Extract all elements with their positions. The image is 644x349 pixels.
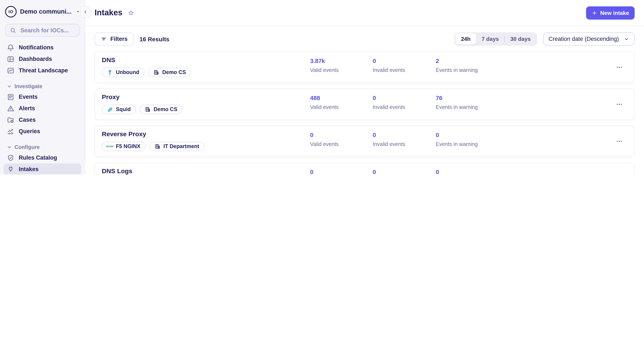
- warning-events-stat: 76Events in warning: [436, 94, 500, 110]
- events-icon: [7, 93, 14, 101]
- valid-events-count[interactable]: 0: [310, 131, 374, 138]
- sidebar-item-notifications[interactable]: Notifications: [4, 42, 81, 53]
- bell-icon: [7, 44, 14, 51]
- sidebar-item-label: Dashboards: [19, 56, 52, 62]
- sort-value: Creation date (Descending): [548, 36, 619, 42]
- row-actions-button[interactable]: [614, 137, 624, 146]
- caret-down-icon: [76, 9, 80, 14]
- squid-icon: [107, 106, 113, 112]
- warning-events-label: Events in warning: [436, 67, 500, 73]
- sidebar-item-label: Queries: [19, 128, 40, 134]
- sidebar-section-investigate[interactable]: Investigate: [4, 82, 81, 91]
- layout-icon: [7, 55, 14, 63]
- plus-icon: [592, 10, 597, 15]
- sidebar-item-cases[interactable]: Cases: [4, 114, 81, 126]
- row-actions-button[interactable]: [614, 174, 624, 174]
- sidebar-item-threat-landscape[interactable]: Threat Landscape: [4, 65, 81, 76]
- format-badge-label: F5 NGINX: [116, 143, 140, 149]
- app-window: IO Demo communi... NotificationsDashboar…: [0, 0, 644, 174]
- invalid-events-label: Invalid events: [373, 141, 436, 147]
- sidebar-item-rules-catalog[interactable]: Rules Catalog: [4, 152, 81, 163]
- time-range-24h[interactable]: 24h: [456, 33, 476, 45]
- search-icon: [10, 27, 16, 33]
- search-input[interactable]: [20, 26, 75, 34]
- intake-list: DNSUnboundDemo CS3.87kValid events0Inval…: [94, 51, 635, 174]
- invalid-events-stat: 0Invalid events: [373, 94, 436, 110]
- shield-check-icon: [7, 154, 14, 162]
- invalid-events-label: Invalid events: [373, 104, 436, 110]
- warning-events-stat: 0Events in warning: [436, 169, 500, 174]
- valid-events-count[interactable]: 0: [310, 169, 374, 174]
- page-header: Intakes New intake: [85, 0, 644, 26]
- intake-badges: UnboundDemo CS: [102, 68, 191, 77]
- threat-icon: [7, 67, 14, 74]
- new-intake-label: New intake: [600, 9, 629, 16]
- invalid-events-stat: 0Invalid events: [373, 57, 436, 73]
- chev-down-icon: [7, 84, 12, 89]
- new-intake-button[interactable]: New intake: [586, 6, 635, 19]
- invalid-events-count[interactable]: 0: [373, 131, 436, 138]
- intake-row-dns[interactable]: DNSUnboundDemo CS3.87kValid events0Inval…: [94, 51, 635, 83]
- valid-events-stat: 488Valid events: [310, 94, 374, 110]
- invalid-events-label: Invalid events: [373, 67, 436, 73]
- entity-badge-label: Demo CS: [154, 106, 177, 112]
- sidebar-collapse-button[interactable]: [80, 6, 91, 17]
- warning-events-count[interactable]: 0: [436, 131, 500, 138]
- row-actions-button[interactable]: [614, 100, 624, 109]
- invalid-events-count[interactable]: 0: [373, 57, 436, 64]
- warning-events-count[interactable]: 76: [436, 94, 500, 101]
- invalid-events-count[interactable]: 0: [373, 94, 436, 101]
- ioc-search-box: [5, 24, 80, 37]
- warning-events-stat: 0Events in warning: [436, 131, 500, 147]
- sidebar-section-configure[interactable]: Configure: [4, 143, 81, 152]
- unbound-icon: [107, 69, 113, 75]
- sidebar: IO Demo communi... NotificationsDashboar…: [0, 0, 85, 174]
- invalid-events-count[interactable]: 0: [373, 169, 436, 174]
- intake-row-reverse-proxy[interactable]: Reverse ProxyNGINXF5 NGINXIT Department0…: [94, 126, 635, 157]
- warning-events-count[interactable]: 0: [436, 169, 500, 174]
- intake-name[interactable]: Proxy: [102, 93, 120, 100]
- filters-button[interactable]: Filters: [94, 32, 134, 45]
- intake-badges: NGINXF5 NGINXIT Department: [102, 142, 204, 151]
- entity-badge: Demo CS: [140, 105, 182, 114]
- building-badge-icon: [144, 106, 150, 112]
- valid-events-label: Valid events: [310, 104, 374, 110]
- intake-badges: SquidDemo CS: [102, 105, 182, 114]
- intake-name[interactable]: DNS Logs: [102, 167, 132, 174]
- entity-badge-label: IT Department: [163, 143, 199, 149]
- sidebar-section-label: Configure: [14, 144, 40, 150]
- valid-events-count[interactable]: 3.87k: [310, 57, 374, 64]
- sidebar-item-dashboards[interactable]: Dashboards: [4, 53, 81, 65]
- sidebar-item-queries[interactable]: Queries: [4, 126, 81, 137]
- intake-name[interactable]: DNS: [102, 56, 115, 63]
- sort-dropdown[interactable]: Creation date (Descending): [543, 32, 635, 45]
- alerts-icon: [7, 104, 14, 112]
- valid-events-stat: 0Valid events: [310, 169, 374, 174]
- time-range-30-days[interactable]: 30 days: [505, 33, 536, 45]
- chevron-left-icon: [83, 9, 88, 14]
- chev-down-icon: [7, 145, 12, 150]
- time-range-7-days[interactable]: 7 days: [476, 33, 504, 45]
- chevron-down-icon: [624, 36, 629, 41]
- format-badge: Unbound: [102, 68, 144, 77]
- warning-events-stat: 2Events in warning: [436, 57, 500, 73]
- intake-row-proxy[interactable]: ProxySquidDemo CS488Valid events0Invalid…: [94, 88, 635, 120]
- main-content: Intakes New intake Filters 16 Results 24…: [85, 0, 644, 174]
- sekoia-logo-icon: IO: [5, 6, 16, 17]
- workspace-selector[interactable]: IO Demo communi...: [0, 5, 85, 18]
- page-title: Intakes: [94, 8, 122, 17]
- sidebar-item-intakes[interactable]: Intakes: [4, 163, 81, 174]
- intake-row-dns-logs[interactable]: DNS LogsUnboundIT Department0Valid event…: [94, 163, 635, 174]
- valid-events-stat: 0Valid events: [310, 131, 374, 147]
- sidebar-item-alerts[interactable]: Alerts: [4, 103, 81, 114]
- row-actions-button[interactable]: [614, 62, 624, 72]
- valid-events-count[interactable]: 488: [310, 94, 374, 101]
- intake-name[interactable]: Reverse Proxy: [102, 130, 146, 137]
- favorite-star-icon[interactable]: [128, 9, 135, 16]
- format-badge: Squid: [102, 105, 136, 114]
- nginx-icon: NGINX: [107, 143, 113, 149]
- sidebar-item-events[interactable]: Events: [4, 91, 81, 103]
- toolbar: Filters 16 Results 24h7 days30 days Crea…: [94, 32, 635, 45]
- invalid-events-stat: 0Invalid events: [373, 131, 436, 147]
- warning-events-count[interactable]: 2: [436, 57, 500, 64]
